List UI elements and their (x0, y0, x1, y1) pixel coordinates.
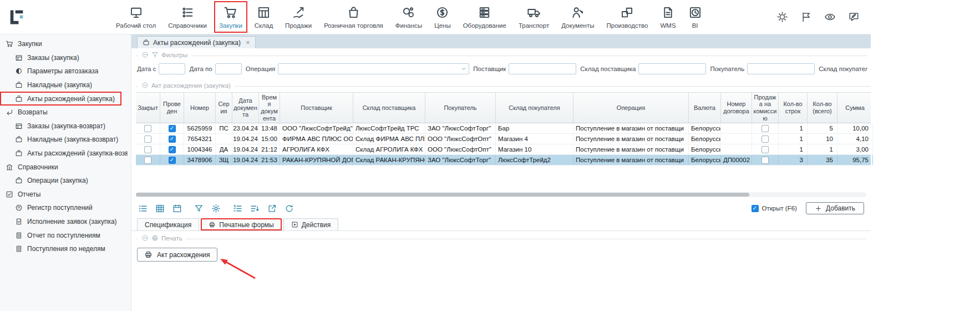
sidebar-item[interactable]: Исполнение заявок (закупка) (0, 215, 131, 229)
commission-checkbox[interactable] (761, 157, 769, 164)
sidebar-item[interactable]: Заказы (закупка-возврат) (0, 119, 131, 133)
filter-input[interactable] (638, 63, 706, 74)
flag-icon[interactable] (800, 11, 812, 23)
tab-close-icon[interactable]: × (246, 38, 250, 47)
top-nav-item[interactable]: WMS (654, 0, 682, 34)
open-f6-toggle[interactable]: Открыт (F6) (751, 205, 797, 212)
closed-checkbox[interactable] (144, 157, 151, 164)
export-icon[interactable] (267, 204, 277, 213)
list-view-icon[interactable] (138, 204, 148, 213)
column-header[interactable]: Продажа на комиссию (752, 93, 779, 123)
sort-desc-icon[interactable] (250, 204, 260, 213)
add-button[interactable]: Добавить (806, 202, 864, 214)
gear-icon[interactable] (211, 204, 221, 213)
top-nav-item[interactable]: Финансы (389, 0, 428, 34)
column-header[interactable]: Склад покупателя (496, 93, 573, 123)
sidebar-item[interactable]: Отчеты (0, 188, 131, 202)
table-row[interactable]: 1004346ДА19.04.2421:12АГРОЛИГА КФХСклад … (136, 144, 871, 155)
app-logo[interactable] (6, 6, 28, 28)
commission-checkbox[interactable] (761, 146, 769, 153)
closed-checkbox[interactable] (144, 146, 151, 153)
column-header[interactable]: Время документа (259, 93, 280, 123)
filter-input[interactable] (509, 63, 576, 74)
grid-toolbar-icons (138, 204, 294, 213)
bottom-tab[interactable]: Печатные формы (201, 218, 281, 230)
column-header[interactable]: Склад поставщика (353, 93, 425, 123)
refresh-icon[interactable] (285, 204, 294, 213)
closed-checkbox[interactable] (144, 136, 151, 143)
column-header[interactable]: Кол-во (всего) (808, 93, 837, 123)
top-nav-item[interactable]: Склад (248, 0, 279, 34)
posted-checkbox[interactable] (169, 136, 176, 143)
collapse-icon[interactable] (141, 51, 149, 58)
table-row[interactable]: 3478906ЗЩ19.04.2421:53РАКАН-КРУПЯНОЙ ДОМ… (136, 155, 871, 165)
column-header[interactable]: Валюта (689, 93, 721, 123)
top-nav-item[interactable]: Оборудование (457, 0, 512, 34)
sidebar-item[interactable]: RРегистр поступлений (0, 201, 131, 215)
top-nav-item[interactable]: Продажи (279, 0, 318, 34)
sidebar-item[interactable]: Акты расхождений (закупка) (0, 92, 121, 106)
column-header[interactable]: Дата документа (232, 93, 259, 123)
horizontal-scrollbar[interactable] (136, 192, 866, 197)
sidebar-item[interactable]: Параметры автозаказа (0, 64, 131, 78)
collapse-icon[interactable] (141, 82, 149, 89)
column-header[interactable]: Номер договора (721, 93, 752, 123)
column-header[interactable]: Поставщик (280, 93, 353, 123)
open-f6-checkbox[interactable] (751, 205, 759, 212)
sidebar-item[interactable]: Поступления по неделям (0, 242, 131, 256)
commission-checkbox[interactable] (761, 136, 769, 143)
bottom-tab[interactable]: Спецификация (137, 218, 199, 230)
brightness-icon[interactable] (776, 11, 788, 23)
sidebar-item[interactable]: Накладные (закупка) (0, 78, 131, 92)
table-view-icon[interactable] (155, 204, 165, 213)
filter-input[interactable] (747, 63, 815, 74)
calendar-icon[interactable] (172, 204, 182, 213)
printer-icon (144, 250, 153, 259)
bottom-tab-label: Спецификация (145, 221, 191, 229)
top-nav-item[interactable]: BI (682, 0, 708, 34)
print-act-button[interactable]: Акт расхождения (137, 248, 217, 262)
column-header[interactable]: Закрыт (136, 93, 160, 123)
bottom-tab[interactable]: Действия (283, 218, 339, 230)
filter-select[interactable] (278, 63, 469, 74)
filter-input[interactable] (159, 63, 185, 74)
sidebar-item[interactable]: Операции (закупка) (0, 174, 131, 188)
commission-checkbox[interactable] (761, 125, 769, 132)
posted-checkbox[interactable] (169, 157, 176, 164)
column-header[interactable]: Проведен (160, 93, 184, 123)
collapse-icon[interactable] (141, 234, 149, 242)
column-header[interactable]: Кол-во строк (779, 93, 808, 123)
top-nav-item[interactable]: Закупки (213, 0, 248, 34)
column-header[interactable]: Операция (573, 93, 689, 123)
column-header[interactable]: Серия (216, 93, 232, 123)
eye-icon[interactable] (824, 11, 836, 23)
top-nav-item[interactable]: Розничная торговля (318, 0, 389, 34)
posted-checkbox[interactable] (169, 146, 176, 153)
sidebar-item[interactable]: Заказы (закупка) (0, 51, 131, 65)
top-nav-item[interactable]: Транспорт (512, 0, 555, 34)
sidebar-item[interactable]: Акты расхождений (закупка-возвра (0, 147, 131, 160)
top-nav-item[interactable]: Справочники (162, 0, 213, 34)
top-nav-item[interactable]: Производство (600, 0, 654, 34)
top-nav-item[interactable]: Документы (555, 0, 600, 34)
closed-checkbox[interactable] (144, 125, 151, 132)
column-header[interactable]: Покупатель (425, 93, 496, 123)
sidebar-item[interactable]: Возвраты (0, 106, 131, 119)
feedback-icon[interactable] (848, 11, 860, 23)
posted-checkbox[interactable] (169, 125, 176, 132)
tab-acts-discrepancy[interactable]: Акты расхождений (закупка) × (137, 36, 256, 48)
sidebar-item[interactable]: Закупки (0, 37, 131, 51)
column-header[interactable]: Сумма (837, 93, 871, 123)
top-nav-item[interactable]: Цены (428, 0, 457, 34)
numbered-list-icon[interactable] (233, 204, 242, 213)
table-row[interactable]: 5625959ПС23.04.2413:48ООО "ЛюксСофтТрейд… (136, 123, 871, 134)
filter-input[interactable] (215, 63, 242, 74)
sidebar-item[interactable]: Справочники (0, 160, 131, 174)
scrollbar-thumb[interactable] (136, 193, 749, 197)
top-nav-item[interactable]: Рабочий стол (110, 0, 162, 34)
table-row[interactable]: 765432119.04.2415:00ФИРМА АВС ПЛЮС ОООСк… (136, 134, 871, 144)
column-header[interactable]: Номер (184, 93, 216, 123)
sidebar-item[interactable]: Накладные (закупка-возврат) (0, 133, 131, 147)
sidebar-item[interactable]: Отчет по поступлениям (0, 228, 131, 242)
filter-icon[interactable] (194, 204, 204, 213)
